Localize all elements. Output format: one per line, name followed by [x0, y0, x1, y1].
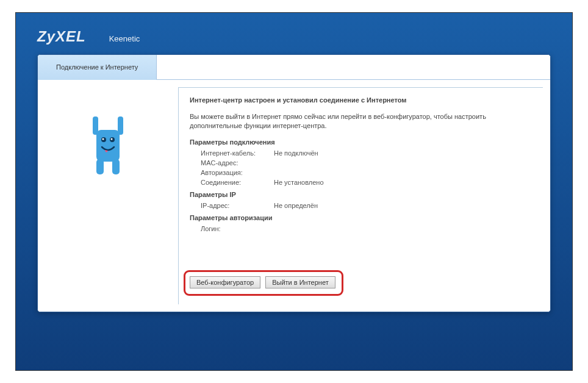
tab-row: Подключение к Интернету [38, 55, 550, 80]
section-connection-params: Параметры подключения [190, 138, 532, 146]
go-internet-button[interactable]: Выйти в Интернет [265, 276, 335, 288]
label-auth: Авторизация: [201, 169, 274, 176]
row-mac: MAC-адрес: [201, 158, 532, 168]
section-ip-params: Параметры IP [190, 191, 532, 198]
value-connection: Не установлено [274, 179, 324, 186]
main-card: Подключение к Интернету [37, 54, 551, 312]
card-body: Интернет-центр настроен и установил соед… [38, 80, 550, 312]
svg-rect-3 [96, 159, 104, 174]
model-name: Keenetic [109, 34, 140, 43]
svg-point-7 [102, 138, 104, 140]
svg-rect-1 [93, 116, 98, 135]
status-description: Вы можете выйти в Интернет прямо сейчас … [190, 112, 532, 131]
status-title: Интернет-центр настроен и установил соед… [190, 96, 532, 104]
value-ip: Не определён [274, 202, 318, 209]
mascot-column [38, 80, 178, 312]
app-frame: ZyXEL Keenetic Подключение к Интернету [15, 12, 573, 371]
label-ip: IP-адрес: [201, 202, 274, 209]
svg-rect-4 [112, 159, 120, 174]
keenetic-mascot-icon [87, 116, 129, 174]
row-ip: IP-адрес: Не определён [201, 201, 532, 210]
content-panel: Интернет-центр настроен и установил соед… [178, 87, 543, 304]
label-mac: MAC-адрес: [201, 159, 274, 166]
row-login: Логин: [201, 224, 532, 234]
value-internet-cable: Не подключён [274, 149, 318, 157]
label-login: Логин: [201, 225, 274, 232]
row-auth: Авторизация: [201, 168, 532, 177]
brand-logo: ZyXEL [37, 28, 86, 45]
svg-rect-2 [118, 116, 123, 135]
tab-internet-connection[interactable]: Подключение к Интернету [38, 55, 157, 80]
web-configurator-button[interactable]: Веб-конфигуратор [190, 276, 260, 288]
row-internet-cable: Интернет-кабель: Не подключён [201, 148, 532, 158]
label-connection: Соединение: [201, 179, 274, 186]
section-auth-params: Параметры авторизации [190, 214, 532, 221]
button-row: Веб-конфигуратор Выйти в Интернет [190, 276, 532, 288]
header: ZyXEL Keenetic [16, 28, 572, 54]
svg-point-8 [111, 138, 113, 140]
label-internet-cable: Интернет-кабель: [201, 149, 274, 157]
svg-rect-0 [96, 130, 120, 162]
row-connection: Соединение: Не установлено [201, 177, 532, 187]
